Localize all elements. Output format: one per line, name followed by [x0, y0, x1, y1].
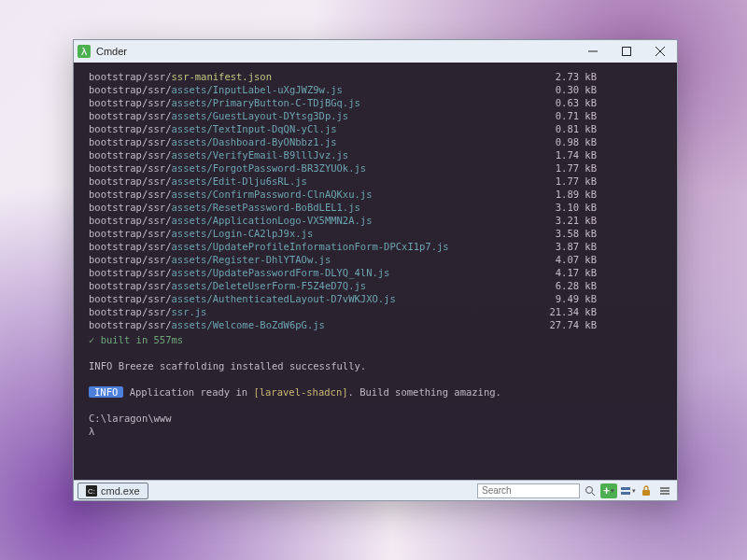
file-row: bootstrap/ssr/assets/Register-DhlYTAOw.j…	[89, 253, 662, 266]
file-row: bootstrap/ssr/assets/ResetPassword-BoBdL…	[89, 201, 662, 214]
app-icon: λ	[78, 45, 91, 58]
built-message: ✓ built in 557ms	[89, 333, 662, 346]
search-input[interactable]	[477, 483, 580, 498]
maximize-button[interactable]	[610, 40, 643, 63]
svg-text:C:: C:	[88, 487, 95, 496]
file-row: bootstrap/ssr/ssr.js21.34 kB	[89, 305, 662, 318]
build-output: bootstrap/ssr/ssr-manifest.json2.73 kBbo…	[89, 70, 662, 331]
cwd-prompt: C:\laragon\www	[89, 412, 662, 425]
file-row: bootstrap/ssr/assets/VerifyEmail-B9lllJv…	[89, 148, 662, 161]
info-line-1: INFO Breeze scaffolding installed succes…	[89, 359, 662, 372]
info-badge: INFO	[89, 386, 123, 398]
console-tab-label: cmd.exe	[101, 485, 140, 497]
file-row: bootstrap/ssr/assets/DeleteUserForm-F5Z4…	[89, 279, 662, 292]
project-name: [laravel-shadcn]	[253, 386, 347, 398]
file-row: bootstrap/ssr/assets/InputLabel-uXgJWZ9w…	[89, 83, 662, 96]
close-button[interactable]	[643, 40, 677, 63]
file-row: bootstrap/ssr/assets/Welcome-BoZdW6pG.js…	[89, 318, 662, 331]
file-row: bootstrap/ssr/assets/AuthenticatedLayout…	[89, 292, 662, 305]
file-row: bootstrap/ssr/assets/TextInput-DqQN-yCl.…	[89, 122, 662, 135]
file-row: bootstrap/ssr/assets/Dashboard-ByONbbz1.…	[89, 135, 662, 148]
file-row: bootstrap/ssr/assets/Edit-Dlju6sRL.js1.7…	[89, 175, 662, 188]
file-row: bootstrap/ssr/assets/ApplicationLogo-VX5…	[89, 214, 662, 227]
svg-rect-11	[621, 492, 630, 495]
info-text: Breeze scaffolding installed successfull…	[119, 360, 367, 371]
terminal-window: λ Cmder bootstrap/ssr/ssr-manifest.json2…	[73, 39, 678, 501]
prompt-caret[interactable]: λ	[89, 425, 662, 438]
svg-rect-12	[642, 490, 650, 496]
file-row: bootstrap/ssr/assets/Login-CA2lpJ9x.js3.…	[89, 227, 662, 240]
file-row: bootstrap/ssr/assets/UpdateProfileInform…	[89, 240, 662, 253]
svg-point-8	[586, 486, 593, 493]
file-row: bootstrap/ssr/assets/UpdatePasswordForm-…	[89, 266, 662, 279]
search-icon[interactable]	[582, 483, 599, 498]
console-tab[interactable]: C: cmd.exe	[78, 483, 148, 499]
window-list-button[interactable]: ▾	[619, 483, 636, 498]
info-label: INFO	[89, 360, 112, 371]
svg-line-9	[592, 493, 595, 496]
hamburger-menu-icon[interactable]	[656, 483, 673, 498]
file-row: bootstrap/ssr/assets/ForgotPassword-BR3Z…	[89, 161, 662, 175]
cmd-icon: C:	[86, 485, 97, 497]
info-line-2: INFO Application ready in [laravel-shadc…	[89, 385, 662, 399]
file-row: bootstrap/ssr/assets/GuestLayout-DYtsg3D…	[89, 109, 662, 122]
terminal-viewport[interactable]: bootstrap/ssr/ssr-manifest.json2.73 kBbo…	[74, 63, 677, 480]
window-title: Cmder	[96, 46, 127, 57]
file-row: bootstrap/ssr/ssr-manifest.json2.73 kB	[89, 70, 662, 83]
new-tab-button[interactable]: +▾	[600, 483, 617, 498]
svg-rect-10	[621, 487, 630, 490]
svg-text:λ: λ	[81, 46, 88, 58]
file-row: bootstrap/ssr/assets/PrimaryButton-C-TDj…	[89, 96, 662, 109]
file-row: bootstrap/ssr/assets/ConfirmPassword-Cln…	[89, 188, 662, 201]
svg-rect-3	[623, 48, 631, 56]
titlebar: λ Cmder	[74, 40, 677, 63]
lock-icon[interactable]	[638, 483, 655, 498]
minimize-button[interactable]	[576, 40, 610, 63]
statusbar: C: cmd.exe +▾ ▾	[74, 480, 677, 500]
